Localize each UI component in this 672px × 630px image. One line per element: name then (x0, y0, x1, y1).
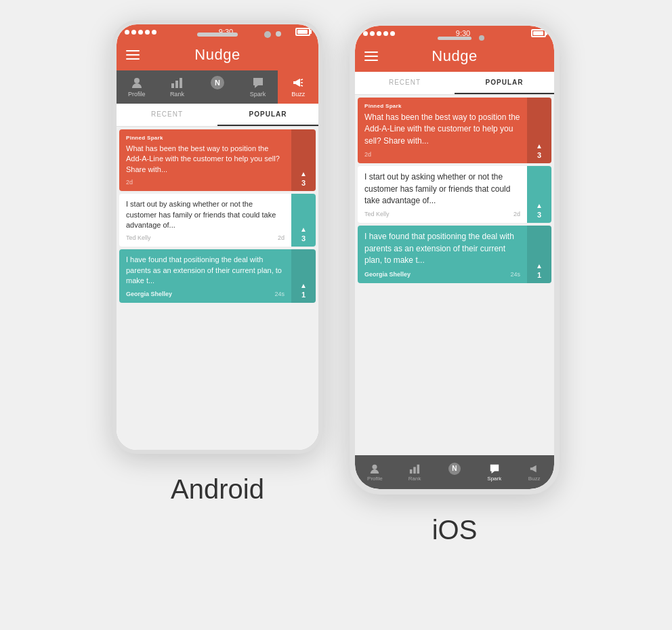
hamburger-line (126, 58, 140, 60)
svg-rect-10 (413, 467, 416, 474)
vote-count: 1 (301, 291, 306, 299)
card-time: 24s (274, 291, 285, 297)
vote-count: 3 (537, 211, 541, 219)
ios-screen: 9:30 Nudge RECENT (355, 26, 554, 489)
ios-white-card-content: I start out by asking whether or not the… (358, 166, 527, 223)
ios-green-meta: Georgia Shelley 24s (364, 271, 520, 278)
pinned-card-content: Pinned Spark What has been the best way … (119, 129, 291, 191)
white-card-content: I start out by asking whether or not the… (119, 194, 291, 247)
ios-green-time: 24s (510, 271, 520, 278)
ios-bar-chart-icon (409, 463, 420, 474)
white-card-vote[interactable]: ▲ 3 (291, 194, 316, 247)
android-tab-bar: RECENT POPULAR (117, 104, 318, 127)
android-speaker (197, 33, 238, 37)
ios-nav-badge[interactable]: N · (435, 455, 475, 489)
hamburger-menu-icon[interactable] (126, 50, 140, 60)
battery-icon (295, 28, 310, 36)
ios-app-title: Nudge (432, 47, 477, 65)
ios-nav-rank[interactable]: Rank (395, 455, 435, 489)
card-author: Georgia Shelley (126, 291, 172, 297)
android-nav-bar: Profile Rank N · (117, 70, 318, 104)
ios-feed: Pinned Spark What has been the best way … (355, 95, 554, 455)
n-badge-letter: N (215, 79, 220, 87)
android-screen: 9:30 Nudge (117, 24, 318, 450)
nav-label-profile: Profile (128, 91, 146, 98)
ios-card-time: 2d (513, 211, 520, 217)
nav-label-spark: Spark (250, 91, 266, 98)
ios-signal-dots (363, 31, 395, 36)
ios-nav-label-buzz: Buzz (528, 476, 541, 482)
android-app-header: Nudge (117, 39, 318, 70)
vote-count: 3 (301, 234, 306, 243)
pinned-card-meta: 2d (126, 179, 285, 186)
ios-green-card-vote[interactable]: ▲ 1 (527, 226, 551, 282)
ios-pinned-text: What has been the best way to position t… (364, 112, 520, 147)
svg-rect-9 (410, 469, 413, 473)
ios-hamburger-icon[interactable] (364, 51, 378, 61)
nav-item-badge[interactable]: N · (197, 70, 238, 104)
svg-rect-11 (417, 464, 420, 473)
android-label: Android (171, 474, 264, 505)
ios-nav-label-rank: Rank (408, 476, 421, 482)
chat-icon (252, 77, 264, 89)
ios-green-card: I have found that positioning the deal w… (358, 226, 551, 282)
upvote-icon: ▲ (536, 203, 543, 209)
ios-nav-label-profile: Profile (367, 476, 383, 482)
ios-pinned-time: 2d (364, 151, 371, 158)
pinned-card-vote[interactable]: ▲ 3 (291, 129, 316, 191)
ios-battery-fill (533, 31, 543, 35)
nav-item-rank[interactable]: Rank (157, 70, 198, 104)
white-card: I start out by asking whether or not the… (119, 194, 316, 247)
upvote-icon: ▲ (536, 263, 543, 270)
android-camera (264, 31, 271, 38)
tab-popular[interactable]: POPULAR (217, 104, 318, 126)
ios-white-card-vote[interactable]: ▲ 3 (527, 166, 551, 223)
signal-dot (125, 30, 129, 35)
ios-tab-recent[interactable]: RECENT (355, 72, 455, 94)
tab-recent[interactable]: RECENT (117, 104, 217, 126)
ios-pinned-card-content: Pinned Spark What has been the best way … (358, 98, 527, 163)
android-status-bar: 9:30 (117, 24, 318, 39)
ios-pinned-label: Pinned Spark (364, 103, 520, 109)
ios-speaker (438, 37, 471, 40)
signal-dot (138, 30, 143, 35)
signal-dot (390, 31, 395, 36)
ios-person-icon (369, 463, 380, 474)
hamburger-line (364, 60, 378, 61)
vote-count: 3 (301, 179, 306, 187)
hamburger-line (126, 50, 140, 51)
card-author: Ted Kelly (126, 234, 151, 241)
android-wrapper: 9:30 Nudge (112, 20, 322, 505)
signal-dot (145, 30, 150, 35)
upvote-icon: ▲ (536, 143, 543, 150)
nav-label-rank: Rank (170, 91, 184, 98)
ios-pinned-vote[interactable]: ▲ 3 (527, 98, 551, 163)
ios-nav-profile[interactable]: Profile (355, 455, 395, 489)
ios-nav-buzz[interactable]: Buzz (514, 455, 554, 489)
nav-item-spark[interactable]: Spark (238, 70, 278, 104)
green-full-card-vote[interactable]: ▲ 1 (291, 249, 316, 302)
ios-tab-popular[interactable]: POPULAR (455, 72, 554, 94)
pinned-card-text: What has been the best way to position t… (126, 144, 285, 175)
ios-white-card: I start out by asking whether or not the… (358, 166, 551, 223)
pinned-label: Pinned Spark (126, 135, 285, 141)
ios-pinned-meta: 2d (364, 151, 520, 158)
ios-nav-label-spark: Spark (487, 476, 501, 482)
ios-tab-bar: RECENT POPULAR (355, 72, 554, 95)
battery-fill (297, 30, 308, 34)
svg-rect-12 (532, 467, 534, 470)
megaphone-icon (292, 77, 304, 89)
ios-white-meta: Ted Kelly 2d (364, 211, 520, 217)
ios-bottom-nav: Profile Rank N · (355, 455, 554, 489)
nav-item-profile[interactable]: Profile (117, 70, 157, 104)
upvote-icon: ▲ (300, 282, 307, 289)
ios-nav-spark[interactable]: Spark (474, 455, 514, 489)
signal-dot (370, 31, 375, 36)
bar-chart-icon (171, 77, 183, 89)
pinned-card-time: 2d (126, 179, 133, 186)
ios-green-text: I have found that positioning the deal w… (364, 231, 520, 266)
svg-point-0 (134, 78, 140, 83)
ios-green-author: Georgia Shelley (364, 271, 411, 278)
nav-item-buzz[interactable]: Buzz (278, 70, 318, 104)
ios-chat-icon (489, 463, 500, 474)
